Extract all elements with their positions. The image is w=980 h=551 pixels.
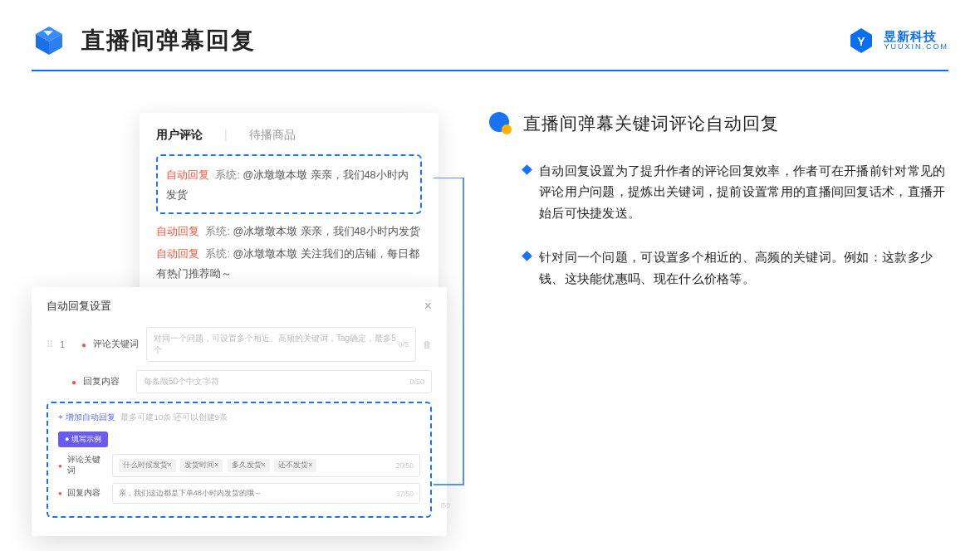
add-link-text: + 增加自动回复 <box>58 412 115 422</box>
page-title: 直播间弹幕回复 <box>81 25 256 56</box>
speech-bubble-icon <box>488 111 513 136</box>
keyword-count: 0/5 <box>398 340 409 349</box>
required-dot: ● <box>58 490 62 497</box>
close-icon[interactable]: × <box>424 299 432 314</box>
auto-reply-tag: 自动回复 <box>156 248 199 260</box>
section-head: 直播间弹幕关键词评论自动回复 <box>488 111 948 136</box>
comment-tabs: 用户评论 | 待播商品 <box>156 128 422 143</box>
auto-reply-tag: 自动回复 <box>156 226 199 237</box>
keyword-row: ⠿ 1 ● 评论关键词 对同一个问题，可设置多个相近、高频的关键词，Tag确定，… <box>47 327 432 362</box>
diamond-icon <box>522 251 532 261</box>
required-dot: ● <box>58 462 62 470</box>
tag-chip[interactable]: 发货时间× <box>180 459 223 472</box>
system-label: 系统: <box>205 226 229 237</box>
ex-reply-label: 回复内容 <box>67 488 107 499</box>
bullet-2: 针对同一个问题，可设置多个相近的、高频的关键词。例如：这款多少钱、这块能优惠吗、… <box>488 247 948 290</box>
reply-placeholder: 每条限50个中文字符 <box>144 376 219 388</box>
comment-row-1: 自动回复 系统: @冰墩墩本墩 亲亲，我们48小时内发货 <box>166 166 412 206</box>
svg-point-6 <box>502 124 512 134</box>
tag-chip[interactable]: 多久发货× <box>228 459 270 472</box>
slide-header: 直播间弹幕回复 Y 昱新科技 YUUXIN.COM <box>32 23 948 71</box>
comment-panel: 用户评论 | 待播商品 自动回复 系统: @冰墩墩本墩 亲亲，我们48小时内发货… <box>140 113 439 306</box>
comment-row-3: 自动回复 系统: @冰墩墩本墩 关注我们的店铺，每日都有热门推荐呦～ <box>156 245 422 285</box>
brand-cn: 昱新科技 <box>884 30 948 44</box>
reply-count: 0/50 <box>409 378 424 386</box>
keyword-label: 评论关键词 <box>93 339 140 350</box>
drag-handle-icon[interactable]: ⠿ <box>47 339 53 350</box>
system-label: 系统: <box>215 169 239 181</box>
bullet-1-text: 自动回复设置为了提升作者的评论回复效率，作者可在开播前针对常见的评论用户问题，提… <box>539 161 948 224</box>
auto-reply-tag: 自动回复 <box>166 169 209 181</box>
right-column: 直播间弹幕关键词评论自动回复 自动回复设置为了提升作者的评论回复效率，作者可在开… <box>480 113 948 313</box>
brand-text: 昱新科技 YUUXIN.COM <box>884 30 948 51</box>
section-title: 直播间弹幕关键词评论自动回复 <box>523 112 779 135</box>
system-label: 系统: <box>205 248 229 260</box>
ex-reply-count: 37/50 <box>396 490 414 498</box>
brand-en: YUUXIN.COM <box>884 43 948 51</box>
add-link-sub: 最多可建10条 还可以创建9条 <box>120 412 228 422</box>
example-reply-row: ● 回复内容 亲，我们这边都是下单48小时内发货的哦～ 37/50 <box>58 483 420 504</box>
float-count: /50 <box>440 501 450 510</box>
bullet-1: 自动回复设置为了提升作者的评论回复效率，作者可在开播前针对常见的评论用户问题，提… <box>488 161 948 224</box>
add-auto-reply-link[interactable]: + 增加自动回复 最多可建10条 还可以创建9条 <box>58 412 420 423</box>
settings-panel: 自动回复设置 × ⠿ 1 ● 评论关键词 对同一个问题，可设置多个相近、高频的关… <box>32 287 447 536</box>
comment-row-highlight: 自动回复 系统: @冰墩墩本墩 亲亲，我们48小时内发货 <box>156 154 422 214</box>
svg-text:Y: Y <box>858 35 866 48</box>
tab-user-comments[interactable]: 用户评论 <box>156 128 203 143</box>
brand-logo-icon: Y <box>847 27 875 55</box>
example-block: + 增加自动回复 最多可建10条 还可以创建9条 ● 填写示例 ● 评论关键词 … <box>47 402 432 518</box>
bullet-2-text: 针对同一个问题，可设置多个相近的、高频的关键词。例如：这款多少钱、这块能优惠吗、… <box>539 247 948 290</box>
ex-reply-input[interactable]: 亲，我们这边都是下单48小时内发货的哦～ 37/50 <box>112 483 420 504</box>
settings-title: 自动回复设置 <box>47 299 111 314</box>
diamond-icon <box>522 164 532 175</box>
ex-keyword-label: 评论关键词 <box>67 455 107 476</box>
ex-tags: 什么时候发货× 发货时间× 多久发货× 还不发货× <box>119 459 319 472</box>
tab-divider: | <box>224 128 228 143</box>
delete-icon[interactable]: 🗑 <box>423 339 432 349</box>
comment-row-2: 自动回复 系统: @冰墩墩本墩 亲亲，我们48小时内发货 <box>156 222 422 242</box>
keyword-input[interactable]: 对同一个问题，可设置多个相近、高频的关键词，Tag确定，最多5个 0/5 <box>146 327 416 362</box>
reply-row: ● 回复内容 每条限50个中文字符 0/50 <box>47 370 432 393</box>
reply-input[interactable]: 每条限50个中文字符 0/50 <box>136 370 432 393</box>
cube-icon <box>32 23 66 58</box>
example-badge: ● 填写示例 <box>58 432 108 447</box>
header-left: 直播间弹幕回复 <box>32 23 256 58</box>
required-dot: ● <box>71 378 76 387</box>
comment-text: @冰墩墩本墩 亲亲，我们48小时内发货 <box>233 226 419 237</box>
left-column: 用户评论 | 待播商品 自动回复 系统: @冰墩墩本墩 亲亲，我们48小时内发货… <box>32 113 455 313</box>
ex-keyword-input[interactable]: 什么时候发货× 发货时间× 多久发货× 还不发货× 20/50 <box>112 454 420 477</box>
example-keyword-row: ● 评论关键词 什么时候发货× 发货时间× 多久发货× 还不发货× 20/50 <box>58 454 420 477</box>
keyword-placeholder: 对同一个问题，可设置多个相近、高频的关键词，Tag确定，最多5个 <box>154 333 398 356</box>
settings-title-row: 自动回复设置 × <box>47 299 432 314</box>
tag-chip[interactable]: 还不发货× <box>274 459 316 472</box>
tab-pending-goods[interactable]: 待播商品 <box>249 128 296 143</box>
row-index: 1 <box>60 339 75 349</box>
tag-chip[interactable]: 什么时候发货× <box>119 459 176 472</box>
reply-label: 回复内容 <box>83 376 130 388</box>
brand: Y 昱新科技 YUUXIN.COM <box>847 27 948 55</box>
ex-kw-count: 20/50 <box>396 461 414 470</box>
required-dot: ● <box>81 340 86 349</box>
ex-reply-value: 亲，我们这边都是下单48小时内发货的哦～ <box>119 488 262 499</box>
